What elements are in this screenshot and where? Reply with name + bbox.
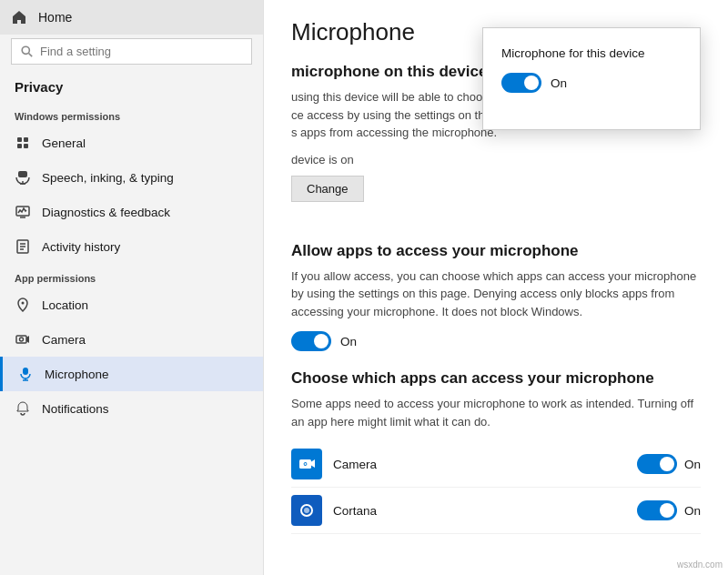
svg-rect-18 [23, 368, 28, 375]
search-box[interactable] [11, 38, 252, 65]
watermark: wsxdn.com [677, 560, 723, 570]
svg-rect-4 [17, 144, 22, 148]
general-label: General [42, 136, 86, 150]
sidebar-item-diagnostics[interactable]: Diagnostics & feedback [0, 195, 263, 229]
location-icon [15, 297, 31, 313]
camera-app-name: Camera [333, 458, 377, 471]
activity-icon [15, 238, 31, 255]
cortana-app-name: Cortana [333, 504, 377, 518]
toggle-thumb [314, 334, 329, 348]
change-button[interactable]: Change [291, 176, 364, 202]
allow-apps-toggle-row: On [291, 331, 701, 351]
general-icon [15, 135, 31, 151]
svg-point-15 [22, 302, 25, 305]
section2-heading: Allow apps to access your microphone [291, 242, 701, 260]
notifications-icon [15, 400, 31, 417]
cortana-toggle-label: On [684, 504, 701, 518]
section3-heading: Choose which apps can access your microp… [291, 369, 701, 388]
activity-label: Activity history [42, 240, 120, 254]
modal: Microphone for this device On [482, 27, 701, 130]
camera-icon [15, 331, 31, 348]
svg-rect-3 [24, 137, 28, 142]
app-permissions-label: App permissions [0, 264, 263, 288]
camera-label: Camera [42, 333, 86, 347]
svg-point-17 [20, 338, 24, 341]
sidebar-item-general[interactable]: General [0, 126, 263, 160]
modal-toggle-row: On [501, 73, 682, 93]
camera-toggle-thumb [660, 457, 674, 471]
search-icon [21, 45, 33, 57]
microphone-sidebar-icon [17, 366, 34, 382]
svg-rect-6 [18, 171, 27, 177]
svg-point-23 [305, 463, 307, 465]
speech-icon [15, 169, 31, 186]
sidebar-item-camera[interactable]: Camera [0, 322, 263, 357]
sidebar-item-speech[interactable]: Speech, inking, & typing [0, 160, 263, 195]
modal-toggle-label: On [551, 76, 567, 90]
diagnostics-label: Diagnostics & feedback [42, 206, 170, 219]
sidebar: Home Privacy Windows permissions General [0, 0, 264, 575]
sidebar-item-location[interactable]: Location [0, 288, 263, 322]
allow-apps-toggle-label: On [340, 335, 357, 348]
allow-apps-toggle[interactable] [291, 331, 331, 351]
toggle-track [291, 331, 331, 351]
windows-permissions-label: Windows permissions [0, 102, 263, 126]
notifications-label: Notifications [42, 402, 109, 416]
device-on-text: device is on [291, 153, 701, 166]
modal-toggle-thumb [524, 76, 539, 90]
app-item-cortana-left: Cortana [291, 495, 377, 526]
cortana-app-icon [291, 495, 322, 526]
svg-rect-16 [16, 336, 26, 343]
sidebar-home[interactable]: Home [0, 0, 263, 35]
home-icon [11, 9, 27, 25]
choose-apps-section: Choose which apps can access your microp… [291, 369, 701, 534]
camera-toggle-track [637, 454, 677, 474]
camera-toggle-row: On [637, 454, 701, 474]
cortana-toggle[interactable] [637, 500, 677, 520]
svg-point-0 [22, 46, 29, 54]
cortana-toggle-track [637, 500, 677, 520]
diagnostics-icon [15, 204, 31, 220]
search-input[interactable] [40, 45, 242, 58]
home-label: Home [38, 10, 72, 25]
svg-rect-5 [24, 144, 28, 148]
sidebar-item-activity[interactable]: Activity history [0, 229, 263, 264]
microphone-label: Microphone [45, 368, 109, 381]
app-item-cortana: Cortana On [291, 488, 701, 534]
sidebar-item-notifications[interactable]: Notifications [0, 391, 263, 426]
camera-toggle-label: On [684, 458, 701, 471]
location-label: Location [42, 298, 88, 312]
allow-apps-section: Allow apps to access your microphone If … [291, 242, 701, 352]
modal-toggle-track [501, 73, 541, 93]
speech-label: Speech, inking, & typing [42, 171, 174, 185]
modal-toggle[interactable] [501, 73, 541, 93]
camera-toggle[interactable] [637, 454, 677, 474]
svg-point-25 [304, 508, 309, 513]
app-item-camera: Camera On [291, 441, 701, 488]
main-content: Microphone microphone on this device usi… [264, 0, 728, 575]
camera-app-icon [291, 449, 322, 479]
privacy-heading: Privacy [0, 72, 263, 102]
svg-rect-2 [17, 137, 22, 142]
svg-line-1 [29, 54, 33, 57]
sidebar-item-microphone[interactable]: Microphone [0, 357, 263, 391]
cortana-toggle-row: On [637, 500, 701, 520]
modal-title: Microphone for this device [501, 46, 682, 60]
section2-desc: If you allow access, you can choose whic… [291, 267, 701, 321]
cortana-toggle-thumb [660, 503, 674, 518]
app-item-camera-left: Camera [291, 449, 377, 479]
section3-desc: Some apps need to access your microphone… [291, 395, 701, 430]
